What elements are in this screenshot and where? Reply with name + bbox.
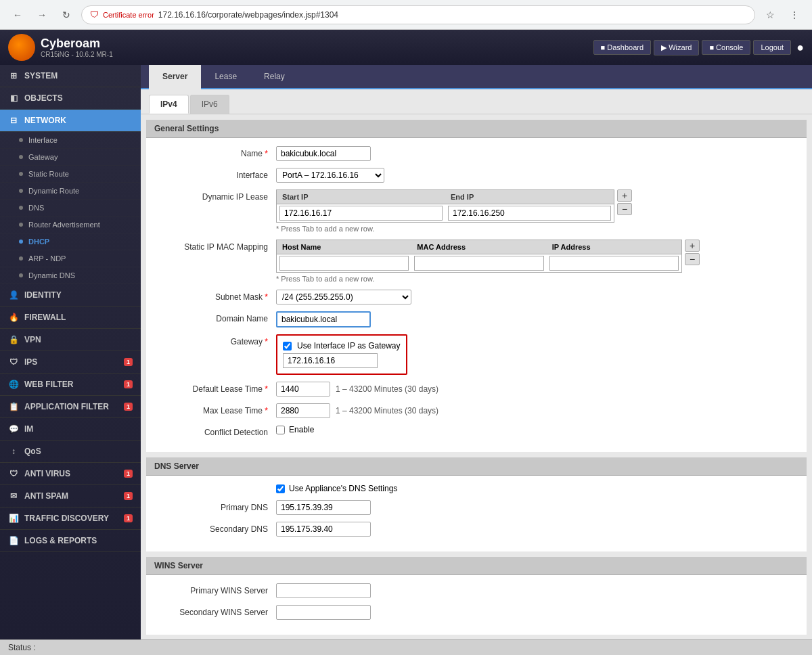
add-lease-button[interactable]: +: [617, 189, 632, 202]
gateway-checkbox-row: Use Interface IP as Gateway: [283, 341, 401, 351]
tab-relay[interactable]: Relay: [250, 65, 298, 89]
domain-name-row: Domain Name: [154, 311, 798, 328]
sub-label-dhcp: DHCP: [28, 238, 49, 246]
conflict-enable-label: Enable: [289, 425, 314, 434]
sidebar-item-antivirus[interactable]: 🛡 ANTI VIRUS 1: [0, 463, 141, 485]
bookmark-icon[interactable]: ☆: [761, 5, 780, 24]
secondary-dns-input[interactable]: [276, 522, 371, 537]
antivirus-badge: 1: [124, 470, 133, 478]
start-ip-input[interactable]: [279, 206, 443, 221]
secondary-wins-row: Secondary WINS Server: [154, 605, 798, 620]
ip-address-cell: [547, 254, 681, 272]
sidebar-item-firewall[interactable]: 🔥 FIREWALL: [0, 307, 141, 329]
sidebar-item-interface[interactable]: Interface: [0, 132, 141, 149]
interface-select[interactable]: PortA – 172.16.16.16: [276, 168, 384, 183]
dashboard-button[interactable]: ■ Dashboard: [593, 40, 652, 55]
dynamic-ip-lease-row: Dynamic IP Lease Start IP End IP: [154, 189, 798, 233]
network-icon: ⊟: [8, 115, 19, 126]
user-icon: ●: [796, 41, 804, 55]
traffic-icon: 📊: [8, 513, 19, 524]
sidebar-item-qos[interactable]: ↕ QoS: [0, 441, 141, 463]
sub-label-dynamic-route: Dynamic Route: [28, 187, 79, 195]
mac-address-input[interactable]: [414, 256, 543, 271]
back-button[interactable]: ←: [8, 5, 27, 24]
primary-wins-label: Primary WINS Server: [154, 583, 276, 595]
bullet-icon: [19, 172, 23, 176]
sidebar-item-system[interactable]: ⊞ SYSTEM: [0, 65, 141, 87]
console-button[interactable]: ■ Console: [702, 40, 750, 55]
sidebar-item-dns[interactable]: DNS: [0, 200, 141, 217]
menu-icon[interactable]: ⋮: [785, 5, 804, 24]
objects-icon: ◧: [8, 93, 19, 104]
end-ip-input[interactable]: [448, 206, 611, 221]
sidebar-item-dhcp[interactable]: DHCP: [0, 233, 141, 250]
sidebar-label-web-filter: WEB FILTER: [24, 380, 73, 389]
cert-error-text: Certificate error: [103, 11, 154, 19]
tab-ipv4[interactable]: IPv4: [149, 95, 189, 114]
secondary-wins-input[interactable]: [276, 605, 371, 620]
primary-dns-row: Primary DNS: [154, 500, 798, 515]
content-area: Server Lease Relay IPv4 IPv6 General Set…: [141, 65, 812, 639]
forward-button[interactable]: →: [32, 5, 51, 24]
name-input[interactable]: [276, 146, 371, 161]
sidebar-item-dynamic-route[interactable]: Dynamic Route: [0, 183, 141, 200]
subnet-mask-select[interactable]: /24 (255.255.255.0) /8 (255.0.0.0) /16 (…: [276, 290, 411, 304]
mac-address-cell: [411, 254, 546, 272]
primary-wins-input[interactable]: [276, 583, 371, 598]
host-name-input[interactable]: [279, 256, 409, 271]
general-settings-body: Name * Interface PortA – 172.16.16.16: [146, 138, 807, 452]
primary-dns-input[interactable]: [276, 500, 371, 515]
reload-button[interactable]: ↻: [57, 5, 76, 24]
sidebar-item-app-filter[interactable]: 📋 APPLICATION FILTER 1: [0, 396, 141, 418]
add-mapping-button[interactable]: +: [685, 240, 700, 252]
sidebar-item-dynamic-dns[interactable]: Dynamic DNS: [0, 267, 141, 284]
lease-hint: * Press Tab to add a new row.: [276, 225, 632, 233]
logo-area: Cyberoam CR15iNG - 10.6.2 MR-1: [8, 34, 113, 61]
bullet-icon: [19, 206, 23, 210]
sidebar-item-web-filter[interactable]: 🌐 WEB FILTER 1: [0, 374, 141, 396]
gateway-ip-input[interactable]: [283, 353, 378, 368]
form-wrapper: General Settings Name * Interf: [141, 114, 812, 639]
sidebar-label-antivirus: ANTI VIRUS: [24, 469, 70, 478]
sidebar-item-identity[interactable]: 👤 IDENTITY: [0, 284, 141, 307]
use-appliance-dns-checkbox[interactable]: [276, 484, 285, 493]
ip-address-input[interactable]: [549, 256, 679, 271]
sidebar-item-static-route[interactable]: Static Route: [0, 166, 141, 183]
default-lease-time-input[interactable]: [276, 382, 330, 397]
wins-server-body: Primary WINS Server Secondary WINS Serve…: [146, 575, 807, 635]
sidebar-label-traffic: TRAFFIC DISCOVERY: [24, 514, 109, 523]
sidebar-item-antispam[interactable]: ✉ ANTI SPAM 1: [0, 485, 141, 507]
system-icon: ⊞: [8, 70, 19, 81]
remove-lease-button[interactable]: −: [617, 203, 632, 215]
sidebar-item-objects[interactable]: ◧ OBJECTS: [0, 87, 141, 110]
max-lease-time-label: Max Lease Time *: [154, 403, 276, 415]
sidebar-item-im[interactable]: 💬 IM: [0, 418, 141, 441]
logout-button[interactable]: Logout: [753, 40, 791, 55]
remove-mapping-button[interactable]: −: [685, 253, 700, 265]
conflict-enable-checkbox[interactable]: [276, 426, 285, 434]
tab-server[interactable]: Server: [149, 65, 201, 89]
wizard-button[interactable]: ▶ Wizard: [654, 40, 699, 55]
sidebar-item-arp-ndp[interactable]: ARP - NDP: [0, 250, 141, 267]
sidebar-item-network[interactable]: ⊟ NETWORK: [0, 110, 141, 132]
tab-ipv6[interactable]: IPv6: [190, 95, 229, 114]
traffic-badge: 1: [124, 514, 133, 522]
dns-server-body: Use Appliance's DNS Settings Primary DNS…: [146, 476, 807, 551]
general-settings-header: General Settings: [146, 120, 807, 138]
sidebar-item-ips[interactable]: 🛡 IPS 1: [0, 351, 141, 374]
sidebar-item-vpn[interactable]: 🔒 VPN: [0, 329, 141, 351]
tab-lease[interactable]: Lease: [201, 65, 250, 89]
domain-name-input[interactable]: [276, 311, 371, 328]
max-lease-time-input[interactable]: [276, 403, 330, 418]
sidebar-label-im: IM: [24, 424, 33, 434]
sidebar-item-traffic[interactable]: 📊 TRAFFIC DISCOVERY 1: [0, 507, 141, 530]
app-filter-icon: 📋: [8, 401, 19, 412]
dynamic-ip-lease-label: Dynamic IP Lease: [154, 189, 276, 202]
sub-label-gateway: Gateway: [28, 153, 58, 161]
sidebar-item-router-adv[interactable]: Router Advertisement: [0, 217, 141, 233]
use-interface-gateway-checkbox[interactable]: [283, 342, 292, 351]
lease-table-wrapper: Start IP End IP: [276, 189, 632, 233]
sidebar-item-logs[interactable]: 📄 LOGS & REPORTS: [0, 530, 141, 552]
sidebar-item-gateway[interactable]: Gateway: [0, 149, 141, 166]
host-name-cell: [277, 254, 411, 272]
